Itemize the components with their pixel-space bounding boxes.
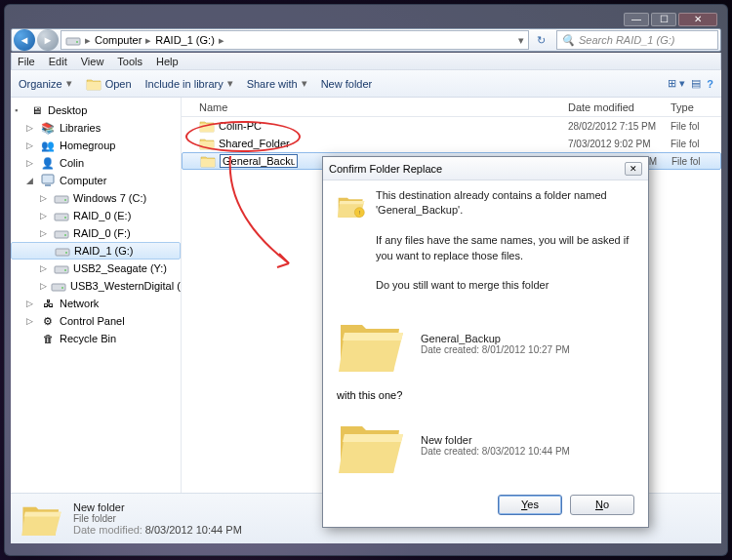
- tree-usb3[interactable]: ▷USB3_WesternDigital (Z:): [11, 277, 181, 295]
- folder-icon-large: [337, 309, 407, 380]
- chevron-right-icon: ▸: [145, 34, 151, 47]
- tree-homegroup[interactable]: ▷👥Homegroup: [11, 137, 181, 154]
- maximize-button[interactable]: ☐: [651, 13, 676, 26]
- tree-windows7[interactable]: ▷Windows 7 (C:): [11, 189, 181, 207]
- dialog-body: ! This destination already contains a fo…: [323, 180, 648, 305]
- folder-icon: [199, 136, 215, 151]
- share-with-button[interactable]: Share with ▾: [247, 77, 307, 90]
- tree-raid1g[interactable]: RAID_1 (G:): [11, 242, 181, 260]
- drive-icon: [55, 243, 70, 259]
- confirm-replace-dialog: Confirm Folder Replace ✕ ! This destinat…: [322, 156, 649, 528]
- folder-icon: [86, 76, 102, 92]
- column-type[interactable]: Type: [671, 101, 710, 113]
- dialog-title-bar[interactable]: Confirm Folder Replace ✕: [323, 157, 648, 180]
- control-panel-icon: ⚙: [40, 313, 56, 329]
- status-type: File folder: [73, 513, 242, 524]
- breadcrumb-dropdown-icon[interactable]: ▾: [518, 34, 524, 47]
- dialog-buttons: Yes No: [323, 485, 648, 527]
- tree-desktop[interactable]: ▪🖥Desktop: [11, 101, 181, 119]
- breadcrumb-current[interactable]: RAID_1 (G:): [155, 34, 215, 46]
- organize-button[interactable]: Organize ▾: [19, 77, 72, 90]
- menu-tools[interactable]: Tools: [117, 56, 142, 67]
- search-placeholder: Search RAID_1 (G:): [579, 34, 674, 46]
- tree-user[interactable]: ▷👤Colin: [11, 154, 181, 172]
- list-row[interactable]: Shared_Folder 7/03/2012 9:02 PM File fol: [182, 135, 721, 152]
- forward-button[interactable]: ►: [37, 29, 59, 51]
- network-icon: 🖧: [40, 296, 56, 311]
- folder-icon-large: [337, 411, 407, 481]
- search-icon: 🔍: [561, 34, 575, 47]
- menu-view[interactable]: View: [81, 56, 104, 67]
- rename-input[interactable]: [220, 154, 298, 168]
- list-header[interactable]: Name Date modified Type: [182, 98, 721, 117]
- tree-network[interactable]: ▷🖧Network: [11, 295, 181, 312]
- dialog-line2: If any files have the same names, you wi…: [376, 233, 634, 263]
- folder-tree[interactable]: ▪🖥Desktop ▷📚Libraries ▷👥Homegroup ▷👤Coli…: [11, 98, 182, 493]
- status-name: New folder: [73, 501, 242, 513]
- no-button[interactable]: No: [570, 495, 634, 515]
- list-row[interactable]: Colin-PC 28/02/2012 7:15 PM File fol: [182, 117, 721, 135]
- homegroup-icon: 👥: [40, 138, 56, 153]
- chevron-right-icon: ▸: [85, 34, 91, 47]
- annotation-arrow: [221, 156, 308, 273]
- computer-icon: [40, 173, 56, 188]
- drive-icon: [65, 32, 81, 48]
- nav-bar: ◄ ► ▸ Computer ▸ RAID_1 (G:) ▸ ▾ ↻ 🔍 Sea…: [11, 28, 721, 52]
- status-date: 8/03/2012 10:44 PM: [145, 524, 242, 536]
- folder-preview-new[interactable]: New folder Date created: 8/03/2012 10:44…: [337, 411, 634, 481]
- desktop-icon: 🖥: [28, 102, 44, 118]
- minimize-button[interactable]: —: [624, 13, 649, 26]
- include-library-button[interactable]: Include in library ▾: [145, 77, 233, 90]
- preview-pane-button[interactable]: ▤: [691, 77, 701, 90]
- column-name[interactable]: Name: [182, 101, 568, 113]
- menu-bar: File Edit View Tools Help: [11, 53, 721, 70]
- folder1-date: Date created: 8/01/2012 10:27 PM: [421, 344, 570, 355]
- menu-edit[interactable]: Edit: [49, 56, 67, 67]
- dialog-close-button[interactable]: ✕: [625, 162, 642, 176]
- tree-raid0e[interactable]: ▷RAID_0 (E:): [11, 207, 181, 224]
- row-date: 28/02/2012 7:15 PM: [568, 121, 671, 132]
- search-input[interactable]: 🔍 Search RAID_1 (G:): [556, 30, 718, 50]
- folder-icon: [200, 153, 216, 169]
- tree-libraries[interactable]: ▷📚Libraries: [11, 119, 181, 137]
- row-type: File fol: [671, 139, 719, 149]
- tree-usb2[interactable]: ▷USB2_Seagate (Y:): [11, 260, 181, 277]
- libraries-icon: 📚: [40, 120, 56, 136]
- breadcrumb[interactable]: ▸ Computer ▸ RAID_1 (G:) ▸ ▾: [61, 30, 529, 50]
- breadcrumb-computer[interactable]: Computer: [95, 34, 142, 46]
- back-button[interactable]: ◄: [14, 29, 35, 51]
- open-button[interactable]: Open: [86, 76, 132, 92]
- drive-icon: [54, 260, 69, 276]
- close-button[interactable]: ✕: [678, 13, 717, 26]
- refresh-button[interactable]: ↻: [531, 34, 550, 47]
- folder2-date: Date created: 8/03/2012 10:44 PM: [421, 446, 570, 457]
- tree-recycle-bin[interactable]: 🗑Recycle Bin: [11, 330, 181, 347]
- folder1-name: General_Backup: [421, 333, 570, 344]
- tree-computer[interactable]: ◢Computer: [11, 172, 181, 189]
- dialog-folders: General_Backup Date created: 8/01/2012 1…: [323, 309, 648, 481]
- title-bar: — ☐ ✕: [11, 11, 721, 28]
- svg-text:!: !: [359, 211, 360, 216]
- view-mode-button[interactable]: ⊞ ▾: [668, 77, 685, 90]
- new-folder-button[interactable]: New folder: [321, 78, 373, 90]
- row-type: File fol: [671, 121, 719, 132]
- help-button[interactable]: ?: [707, 78, 713, 90]
- yes-button[interactable]: Yes: [498, 495, 562, 515]
- column-date[interactable]: Date modified: [568, 101, 671, 113]
- tree-control-panel[interactable]: ▷⚙Control Panel: [11, 312, 181, 330]
- recycle-bin-icon: 🗑: [40, 331, 56, 346]
- folder2-name: New folder: [421, 434, 570, 446]
- dialog-title: Confirm Folder Replace: [329, 163, 442, 175]
- folder-preview-existing[interactable]: General_Backup Date created: 8/01/2012 1…: [337, 309, 634, 380]
- status-date-label: Date modified:: [73, 524, 142, 536]
- row-name-text: Shared_Folder: [219, 138, 290, 149]
- folder-icon: [199, 118, 215, 134]
- row-type: File fol: [671, 156, 720, 167]
- tree-raid0f[interactable]: ▷RAID_0 (F:): [11, 224, 181, 242]
- folder-icon-large: [20, 498, 63, 540]
- folder-warn-icon: !: [337, 188, 366, 223]
- row-name-text: Colin-PC: [219, 120, 262, 132]
- menu-help[interactable]: Help: [156, 56, 179, 67]
- menu-file[interactable]: File: [18, 56, 35, 67]
- drive-icon: [51, 278, 66, 294]
